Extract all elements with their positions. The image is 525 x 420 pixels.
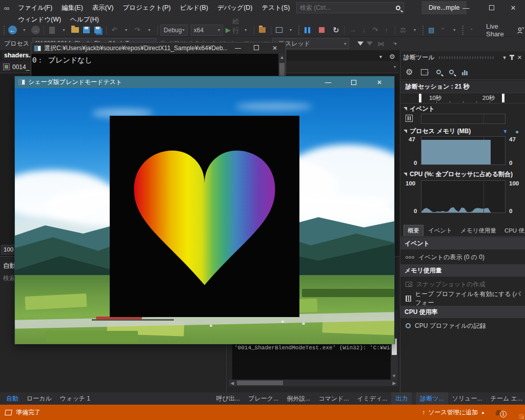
navigate-back-button[interactable]: ← (7, 25, 17, 36)
app-titlebar[interactable]: シェーダ版ブレンドモードテスト ― ✕ (15, 76, 394, 88)
pause-debug-button[interactable] (302, 25, 312, 36)
stop-debug-button[interactable] (316, 25, 327, 36)
diagnostics-toggle-button[interactable]: “ (437, 25, 448, 36)
undo-button[interactable]: ↶ (109, 25, 119, 36)
menu-debug[interactable]: デバッグ(D) (213, 2, 257, 14)
console-close-button[interactable]: ✕ (267, 45, 282, 52)
tab-overview[interactable]: 概要 (403, 225, 423, 236)
filter-flagged-icon[interactable] (367, 41, 373, 46)
console-maximize-button[interactable] (249, 45, 264, 52)
attach-process-icon[interactable] (257, 25, 268, 36)
record-cpu-profile-action[interactable]: CPU プロファイルの記録 (400, 319, 525, 333)
resize-grip[interactable] (519, 414, 524, 419)
zoom-out-icon[interactable] (449, 70, 454, 74)
tab-cpu-usage[interactable]: CPU 使用率 (501, 225, 525, 236)
redo-button[interactable]: ↷ (132, 25, 143, 36)
tab-events[interactable]: イベント (425, 225, 456, 236)
autos-search-placeholder[interactable]: 検索 (3, 274, 15, 283)
memory-circle-toggle-icon[interactable]: ● (515, 129, 519, 135)
reset-view-chart-icon[interactable] (462, 69, 469, 75)
menu-build[interactable]: ビルド(B) (175, 2, 213, 14)
cpu-chart[interactable] (421, 180, 506, 213)
output-horizontal-scrollbar[interactable]: ◀ ▶ (229, 380, 398, 386)
enable-heap-profiling-action[interactable]: ヒープ プロファイルを有効にする (パフォー (400, 291, 525, 306)
output-hscroll-right-arrow[interactable]: ▶ (391, 381, 398, 386)
continue-button[interactable]: ▶ 続行(C) (228, 25, 239, 36)
pin-icon[interactable] (511, 55, 513, 60)
undo-dropdown[interactable]: ▾ (121, 25, 131, 36)
solution-config-dropdown[interactable]: Debug▾ (160, 25, 187, 36)
output-vscroll-down-arrow[interactable]: ▼ (392, 373, 396, 379)
tab-call-stack[interactable]: 呼び出... (212, 392, 244, 405)
search-input[interactable] (300, 4, 396, 11)
memory-section-header[interactable]: プロセス メモリ (MB) ▼ ● (400, 127, 525, 136)
editor-tab-shaders[interactable]: shaders.l (2, 51, 34, 60)
tab-team-explorer[interactable]: チーム エ... (487, 392, 525, 405)
new-file-dropdown[interactable]: ▾ (59, 25, 69, 36)
tab-solution-explorer[interactable]: ソリュー... (448, 392, 487, 405)
quick-search-box[interactable] (296, 2, 404, 13)
live-share-button[interactable]: Live Share (486, 25, 501, 36)
app-maximize-button[interactable] (342, 76, 365, 88)
console-minimize-button[interactable]: ― (230, 45, 246, 52)
minimize-button[interactable]: ― (454, 0, 478, 15)
tab-exception-settings[interactable]: 例外設... (282, 392, 314, 405)
console-titlebar[interactable]: 選択C:¥Users¥jackb¥source¥repos¥DirectX11_… (31, 43, 286, 54)
show-next-statement-button[interactable]: → (348, 25, 358, 36)
app-close-button[interactable]: ✕ (368, 76, 391, 88)
diag-settings-gear-icon[interactable]: ⚙ (406, 67, 413, 77)
redo-dropdown[interactable]: ▾ (144, 25, 154, 36)
diagnostics-dropdown[interactable]: ▾ (449, 25, 459, 36)
menu-view[interactable]: 表示(V) (88, 2, 118, 14)
step-into-button[interactable]: ↓ (359, 25, 369, 36)
toolbar-overflow[interactable]: ” (467, 25, 477, 36)
tab-locals[interactable]: ローカル (23, 392, 56, 405)
navigate-back-dropdown[interactable]: ▾ (19, 25, 29, 36)
save-all-button[interactable] (93, 25, 103, 36)
breakpoints-window-button[interactable]: ▤ (426, 25, 436, 36)
menu-file[interactable]: ファイル(F) (13, 2, 57, 14)
tab-memory-usage[interactable]: メモリ使用量 (457, 225, 500, 236)
filter-threads-icon[interactable] (357, 41, 364, 46)
debugrow-overflow[interactable]: ”▾ (390, 38, 400, 49)
ruler-marker[interactable] (419, 94, 421, 102)
console-scroll-up-arrow[interactable]: ▲ (278, 54, 286, 60)
memory-triangle-toggle-icon[interactable]: ▼ (502, 129, 508, 134)
add-to-source-control-button[interactable]: ↑ ソース管理に追加 ▲ (422, 408, 485, 417)
cpu-section-header[interactable]: CPU (%: 全プロセッサに占める割合) (400, 170, 525, 179)
step-over-button[interactable]: ↷ (370, 25, 380, 36)
ruler-marker[interactable] (502, 94, 504, 102)
tab-diagnostic-tools[interactable]: 診断ツ... (416, 392, 448, 405)
events-swimlane[interactable] (421, 114, 506, 124)
events-section-header[interactable]: イベント (400, 104, 525, 113)
hot-reload-button[interactable]: ⚖ (398, 25, 408, 36)
browser-dropdown[interactable]: ▾ (286, 25, 296, 36)
diag-timeline-ruler[interactable]: 10秒 20秒 (400, 93, 525, 103)
hot-reload-dropdown[interactable]: ▾ (410, 25, 420, 36)
close-button[interactable]: ✕ (501, 0, 525, 15)
tab-command[interactable]: コマンド... (314, 392, 353, 405)
step-out-button[interactable]: ↑ (381, 25, 392, 36)
open-file-button[interactable] (70, 25, 80, 36)
tab-immediate[interactable]: イミディ... (353, 392, 391, 405)
feedback-button[interactable] (515, 25, 525, 36)
tab-watch1[interactable]: ウォッチ 1 (56, 392, 94, 405)
panel-close-icon[interactable]: ✕ (517, 54, 522, 61)
toggle-current-thread-icon[interactable]: ⋈ (376, 38, 386, 49)
console-scroll-thumb[interactable] (279, 63, 285, 76)
maximize-button[interactable] (480, 0, 503, 15)
navbar-dropdown-icon[interactable]: ▾ (394, 65, 396, 69)
tab-autos[interactable]: 自動 (2, 392, 23, 405)
export-icon[interactable] (421, 69, 428, 75)
restart-debug-button[interactable]: ↻ (331, 25, 341, 36)
continue-dropdown[interactable]: ▾ (240, 25, 251, 36)
output-hscroll-thumb[interactable] (237, 381, 283, 385)
navigate-forward-button[interactable]: → (30, 25, 41, 36)
browser-window-icon[interactable] (274, 25, 284, 36)
docwell-gear-icon[interactable]: ⚙ (389, 53, 395, 60)
tab-breakpoints[interactable]: ブレーク... (244, 392, 282, 405)
zoom-in-icon[interactable] (436, 70, 441, 74)
save-button[interactable] (82, 25, 92, 36)
show-events-link[interactable]: イベントの表示 (0 の 0) (400, 250, 525, 264)
panel-dropdown-icon[interactable]: ▾ (503, 54, 506, 61)
